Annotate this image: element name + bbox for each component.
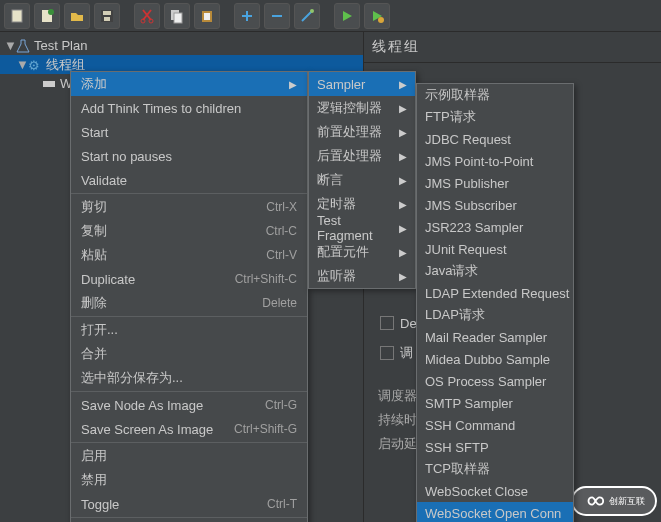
new-button[interactable] [4,3,30,29]
ctx-save-node-img[interactable]: Save Node As ImageCtrl-G [71,393,307,417]
sub-post[interactable]: 后置处理器▶ [309,144,415,168]
panel-title: 线程组 [364,32,661,63]
svg-rect-4 [103,11,111,15]
arrow-right-icon: ▶ [289,79,297,90]
arrow-right-icon: ▶ [399,127,407,138]
sampler-item[interactable]: WebSocket Close [417,480,573,502]
sampler-item[interactable]: LDAP Extended Request [417,282,573,304]
ctx-paste[interactable]: 粘贴Ctrl-V [71,243,307,267]
sampler-item[interactable]: JMS Point-to-Point [417,150,573,172]
sampler-submenu: 示例取样器 FTP请求 JDBC Request JMS Point-to-Po… [416,83,574,522]
sampler-item[interactable]: SMTP Sampler [417,392,573,414]
flask-icon [16,39,30,53]
ctx-duplicate[interactable]: DuplicateCtrl+Shift-C [71,267,307,291]
cut-button[interactable] [134,3,160,29]
expand-button[interactable] [234,3,260,29]
ctx-toggle[interactable]: ToggleCtrl-T [71,492,307,516]
scheduler-labels: 调度器 持续时 启动延 [378,384,417,456]
scheduler-label: 调度器 [378,384,417,408]
sampler-item[interactable]: JUnit Request [417,238,573,260]
watermark: 创新互联 [571,486,657,516]
ctx-validate[interactable]: Validate [71,168,307,192]
arrow-right-icon: ▶ [399,151,407,162]
sampler-item[interactable]: JMS Publisher [417,172,573,194]
svg-rect-0 [12,10,22,22]
open-button[interactable] [64,3,90,29]
sampler-item[interactable]: SSH Command [417,414,573,436]
paste-button[interactable] [194,3,220,29]
svg-point-2 [48,9,54,15]
sampler-item[interactable]: JMS Subscriber [417,194,573,216]
sampler-item[interactable]: 示例取样器 [417,84,573,106]
svg-point-12 [310,9,314,13]
svg-rect-9 [174,13,182,23]
svg-point-13 [378,17,384,23]
ctx-enable[interactable]: 启用 [71,444,307,468]
arrow-right-icon: ▶ [399,223,407,234]
arrow-right-icon: ▶ [399,103,407,114]
collapse-button[interactable] [264,3,290,29]
sub-pre[interactable]: 前置处理器▶ [309,120,415,144]
svg-rect-14 [43,81,55,87]
sampler-item-selected[interactable]: WebSocket Open Conn [417,502,573,522]
checkbox-icon [380,316,394,330]
tree-root[interactable]: ▼ Test Plan [0,36,363,55]
sampler-item[interactable]: FTP请求 [417,106,573,128]
ctx-merge[interactable]: 合并 [71,342,307,366]
infinity-icon [583,490,605,512]
copy-button[interactable] [164,3,190,29]
add-submenu: Sampler▶ 逻辑控制器▶ 前置处理器▶ 后置处理器▶ 断言▶ 定时器▶ T… [308,71,416,289]
delay-label: 启动延 [378,432,417,456]
arrow-right-icon: ▶ [399,175,407,186]
sampler-item[interactable]: JSR223 Sampler [417,216,573,238]
ctx-cut[interactable]: 剪切Ctrl-X [71,195,307,219]
sampler-item[interactable]: JDBC Request [417,128,573,150]
menu-separator [71,316,307,317]
tree-root-label: Test Plan [34,38,87,53]
wand-button[interactable] [294,3,320,29]
ctx-start-no-pauses[interactable]: Start no pauses [71,144,307,168]
sub-config[interactable]: 配置元件▶ [309,240,415,264]
collapse-icon: ▼ [4,38,14,53]
menu-separator [71,442,307,443]
sampler-icon [42,77,56,91]
sub-assert[interactable]: 断言▶ [309,168,415,192]
sampler-item[interactable]: TCP取样器 [417,458,573,480]
sampler-item[interactable]: Java请求 [417,260,573,282]
sampler-item[interactable]: LDAP请求 [417,304,573,326]
ctx-start[interactable]: Start [71,120,307,144]
ctx-save-screen-img[interactable]: Save Screen As ImageCtrl+Shift-G [71,417,307,441]
run-mark-button[interactable] [364,3,390,29]
ctx-add[interactable]: 添加▶ [71,72,307,96]
arrow-right-icon: ▶ [399,247,407,258]
sub-sampler[interactable]: Sampler▶ [309,72,415,96]
arrow-right-icon: ▶ [399,271,407,282]
ctx-disable[interactable]: 禁用 [71,468,307,492]
menu-separator [71,391,307,392]
arrow-right-icon: ▶ [399,199,407,210]
ctx-add-think[interactable]: Add Think Times to children [71,96,307,120]
watermark-text: 创新互联 [609,496,645,506]
sampler-item[interactable]: Mail Reader Sampler [417,326,573,348]
ctx-copy[interactable]: 复制Ctrl-C [71,219,307,243]
menu-separator [71,517,307,518]
menu-separator [71,193,307,194]
sub-testfrag[interactable]: Test Fragment▶ [309,216,415,240]
ctx-delete[interactable]: 删除Delete [71,291,307,315]
save-button[interactable] [94,3,120,29]
context-menu: 添加▶ Add Think Times to children Start St… [70,71,308,522]
sampler-item[interactable]: SSH SFTP [417,436,573,458]
svg-rect-11 [204,13,210,20]
sub-listener[interactable]: 监听器▶ [309,264,415,288]
checkbox-icon [380,346,394,360]
gear-icon: ⚙ [28,58,42,72]
ctx-open[interactable]: 打开... [71,318,307,342]
collapse-icon: ▼ [16,57,26,72]
sampler-item[interactable]: OS Process Sampler [417,370,573,392]
ctx-save-selection[interactable]: 选中部分保存为... [71,366,307,390]
sampler-item[interactable]: Midea Dubbo Sample [417,348,573,370]
sub-logic[interactable]: 逻辑控制器▶ [309,96,415,120]
svg-rect-5 [104,17,110,21]
run-button[interactable] [334,3,360,29]
wizard-button[interactable] [34,3,60,29]
